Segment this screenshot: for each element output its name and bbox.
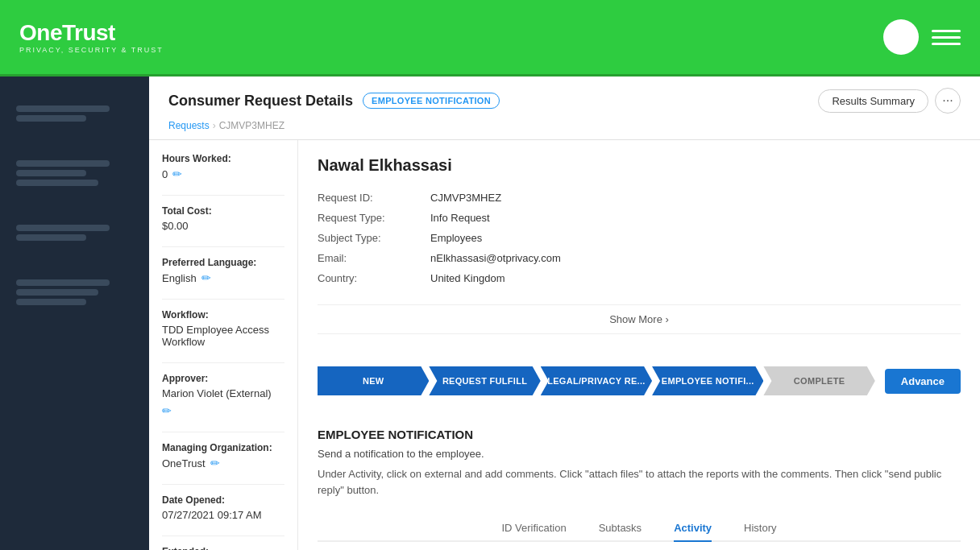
tab-id-verification[interactable]: ID Verification [501,514,566,542]
sidebar-group-2 [0,147,149,199]
hamburger-line-1 [932,30,961,32]
divider [162,484,284,485]
sidebar-bar [16,225,110,231]
notification-note: Under Activity, click on external and ad… [318,466,961,498]
sidebar-item-2[interactable] [0,147,149,199]
sidebar-bar [16,115,86,122]
detail-row: Country:United Kingdom [318,268,961,288]
detail-key: Request Type: [318,212,430,224]
detail-key: Request ID: [318,192,430,204]
approver-value: Marion Violet (External) ✏ [162,387,284,417]
divider [162,195,284,196]
managing-org-section: Managing Organization: OneTrust ✏ [162,442,284,469]
tab-history[interactable]: History [744,514,776,542]
avatar [883,19,919,55]
progress-step-new[interactable]: NEW [318,366,429,395]
page-title-row: Consumer Request Details EMPLOYEE NOTIFI… [168,93,500,110]
progress-step-employee-notifi...[interactable]: EMPLOYEE NOTIFI... [652,366,763,395]
page-header-top: Consumer Request Details EMPLOYEE NOTIFI… [168,88,961,114]
workflow-label: Workflow: [162,309,284,320]
sidebar-bar [16,279,110,286]
activity-area: Public Internal B I U S 🖼 [318,542,961,550]
sidebar-bar [16,105,110,112]
results-summary-button[interactable]: Results Summary [818,89,928,113]
total-cost-label: Total Cost: [162,205,284,217]
approver-edit-icon[interactable]: ✏ [162,404,172,417]
detail-value: Employees [430,232,482,244]
divider [162,432,284,432]
page-header: Consumer Request Details EMPLOYEE NOTIFI… [149,77,980,140]
sidebar-group-3 [0,212,149,254]
more-options-button[interactable]: ··· [935,88,961,114]
logo-sub: PRIVACY, SECURITY & TRUST [19,46,164,54]
progress-step-legal/privacy-re...[interactable]: LEGAL/PRIVACY RE... [541,366,652,395]
left-info-panel: Hours Worked: 0 ✏ Total Cost: $0.00 Pref… [149,140,298,550]
managing-org-label: Managing Organization: [162,442,284,453]
detail-table: Request ID:CJMVP3MHEZRequest Type:Info R… [318,188,961,288]
detail-row: Subject Type:Employees [318,228,961,248]
workflow-section: Workflow: TDD Employee Access Workflow [162,309,284,348]
sidebar-bar [16,180,98,186]
top-header: OneTrust PRIVACY, SECURITY & TRUST [0,0,980,77]
divider [162,246,284,247]
detail-key: Email: [318,252,430,264]
workflow-value: TDD Employee Access Workflow [162,324,284,348]
detail-key: Subject Type: [318,232,430,244]
logo-text: OneTrust [19,20,164,46]
breadcrumb: Requests › CJMVP3MHEZ [168,120,961,139]
requester-name: Nawal Elkhassasi [318,156,961,175]
tab-activity[interactable]: Activity [674,514,712,542]
divider [162,536,284,536]
divider [162,362,284,363]
divider [162,299,284,300]
header-actions: Results Summary ··· [818,88,961,114]
date-opened-label: Date Opened: [162,494,284,506]
extended-section: Extended: Yes [162,546,284,550]
managing-org-value: OneTrust ✏ [162,457,284,469]
sidebar-bar [16,160,110,167]
total-cost-value: $0.00 [162,220,284,232]
show-more-button[interactable]: Show More › [318,304,961,334]
content-area: Consumer Request Details EMPLOYEE NOTIFI… [149,77,980,550]
tab-subtasks[interactable]: Subtasks [599,514,642,542]
notification-section-title: EMPLOYEE NOTIFICATION [318,428,961,441]
main-layout: Consumer Request Details EMPLOYEE NOTIFI… [0,77,980,550]
preferred-language-edit-icon[interactable]: ✏ [201,271,211,284]
detail-row: Email:nElkhassasi@otprivacy.com [318,248,961,268]
breadcrumb-current: CJMVP3MHEZ [219,120,284,131]
sidebar-bar [16,234,86,241]
logo-area: OneTrust PRIVACY, SECURITY & TRUST [19,20,164,54]
detail-value: nElkhassasi@otprivacy.com [430,252,561,264]
date-opened-section: Date Opened: 07/27/2021 09:17 AM [162,494,284,521]
hours-worked-edit-icon[interactable]: ✏ [172,167,182,180]
ellipsis-icon: ··· [942,93,953,108]
chevron-right-icon: › [666,313,669,325]
detail-layout: Hours Worked: 0 ✏ Total Cost: $0.00 Pref… [149,140,980,550]
breadcrumb-requests-link[interactable]: Requests [168,120,210,131]
progress-step-request-fulfill[interactable]: REQUEST FULFILL [429,366,540,395]
hamburger-menu[interactable] [932,30,961,45]
employee-notification-badge: EMPLOYEE NOTIFICATION [363,93,500,109]
preferred-language-label: Preferred Language: [162,257,284,268]
total-cost-section: Total Cost: $0.00 [162,205,284,232]
extended-label: Extended: [162,546,284,550]
sidebar-bar [16,299,86,305]
approver-section: Approver: Marion Violet (External) ✏ [162,373,284,417]
detail-key: Country: [318,272,430,284]
sidebar-item-4[interactable] [0,267,149,318]
sidebar-group-1 [0,93,149,134]
detail-value: United Kingdom [430,272,505,284]
progress-step-complete[interactable]: COMPLETE [763,366,874,395]
hamburger-line-2 [932,36,961,39]
advance-button[interactable]: Advance [885,369,961,394]
preferred-language-value: English ✏ [162,271,284,284]
hours-worked-value: 0 ✏ [162,167,284,180]
sidebar [0,77,149,550]
header-right [883,19,961,55]
detail-value: CJMVP3MHEZ [430,192,501,204]
date-opened-value: 07/27/2021 09:17 AM [162,509,284,521]
managing-org-edit-icon[interactable]: ✏ [210,457,220,469]
sidebar-item-3[interactable] [0,212,149,254]
page-title: Consumer Request Details [168,93,353,110]
sidebar-item-1[interactable] [0,93,149,134]
